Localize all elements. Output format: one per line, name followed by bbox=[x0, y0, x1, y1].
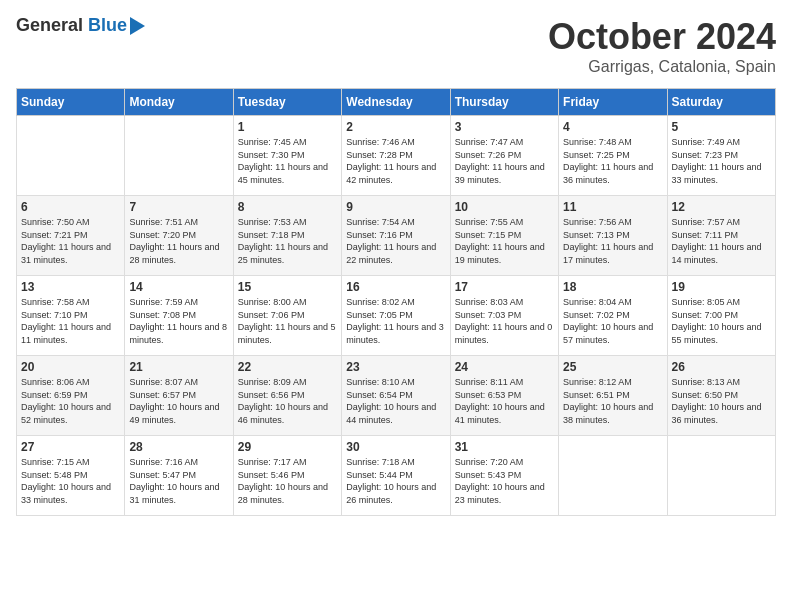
calendar-cell: 23Sunrise: 8:10 AM Sunset: 6:54 PM Dayli… bbox=[342, 356, 450, 436]
day-number: 2 bbox=[346, 120, 445, 134]
day-number: 12 bbox=[672, 200, 771, 214]
day-detail: Sunrise: 7:54 AM Sunset: 7:16 PM Dayligh… bbox=[346, 216, 445, 266]
day-number: 25 bbox=[563, 360, 662, 374]
day-number: 7 bbox=[129, 200, 228, 214]
day-number: 21 bbox=[129, 360, 228, 374]
calendar-cell: 28Sunrise: 7:16 AM Sunset: 5:47 PM Dayli… bbox=[125, 436, 233, 516]
day-number: 6 bbox=[21, 200, 120, 214]
day-number: 4 bbox=[563, 120, 662, 134]
calendar-cell bbox=[559, 436, 667, 516]
calendar-cell: 17Sunrise: 8:03 AM Sunset: 7:03 PM Dayli… bbox=[450, 276, 558, 356]
calendar-cell: 16Sunrise: 8:02 AM Sunset: 7:05 PM Dayli… bbox=[342, 276, 450, 356]
day-number: 5 bbox=[672, 120, 771, 134]
header-friday: Friday bbox=[559, 89, 667, 116]
day-detail: Sunrise: 7:46 AM Sunset: 7:28 PM Dayligh… bbox=[346, 136, 445, 186]
calendar-cell bbox=[17, 116, 125, 196]
calendar-table: SundayMondayTuesdayWednesdayThursdayFrid… bbox=[16, 88, 776, 516]
calendar-cell: 12Sunrise: 7:57 AM Sunset: 7:11 PM Dayli… bbox=[667, 196, 775, 276]
day-detail: Sunrise: 8:04 AM Sunset: 7:02 PM Dayligh… bbox=[563, 296, 662, 346]
day-number: 14 bbox=[129, 280, 228, 294]
day-detail: Sunrise: 7:18 AM Sunset: 5:44 PM Dayligh… bbox=[346, 456, 445, 506]
day-detail: Sunrise: 8:10 AM Sunset: 6:54 PM Dayligh… bbox=[346, 376, 445, 426]
calendar-cell: 9Sunrise: 7:54 AM Sunset: 7:16 PM Daylig… bbox=[342, 196, 450, 276]
day-number: 30 bbox=[346, 440, 445, 454]
calendar-cell: 21Sunrise: 8:07 AM Sunset: 6:57 PM Dayli… bbox=[125, 356, 233, 436]
logo: General Blue bbox=[16, 16, 145, 36]
day-detail: Sunrise: 7:16 AM Sunset: 5:47 PM Dayligh… bbox=[129, 456, 228, 506]
calendar-cell: 19Sunrise: 8:05 AM Sunset: 7:00 PM Dayli… bbox=[667, 276, 775, 356]
calendar-cell: 2Sunrise: 7:46 AM Sunset: 7:28 PM Daylig… bbox=[342, 116, 450, 196]
day-number: 9 bbox=[346, 200, 445, 214]
calendar-cell: 3Sunrise: 7:47 AM Sunset: 7:26 PM Daylig… bbox=[450, 116, 558, 196]
day-detail: Sunrise: 8:05 AM Sunset: 7:00 PM Dayligh… bbox=[672, 296, 771, 346]
month-title: October 2024 bbox=[548, 16, 776, 58]
calendar-cell: 13Sunrise: 7:58 AM Sunset: 7:10 PM Dayli… bbox=[17, 276, 125, 356]
day-detail: Sunrise: 8:13 AM Sunset: 6:50 PM Dayligh… bbox=[672, 376, 771, 426]
calendar-cell: 20Sunrise: 8:06 AM Sunset: 6:59 PM Dayli… bbox=[17, 356, 125, 436]
day-detail: Sunrise: 8:07 AM Sunset: 6:57 PM Dayligh… bbox=[129, 376, 228, 426]
day-detail: Sunrise: 7:57 AM Sunset: 7:11 PM Dayligh… bbox=[672, 216, 771, 266]
calendar-cell: 7Sunrise: 7:51 AM Sunset: 7:20 PM Daylig… bbox=[125, 196, 233, 276]
day-number: 19 bbox=[672, 280, 771, 294]
day-number: 18 bbox=[563, 280, 662, 294]
header-monday: Monday bbox=[125, 89, 233, 116]
calendar-cell: 26Sunrise: 8:13 AM Sunset: 6:50 PM Dayli… bbox=[667, 356, 775, 436]
day-detail: Sunrise: 8:11 AM Sunset: 6:53 PM Dayligh… bbox=[455, 376, 554, 426]
header-thursday: Thursday bbox=[450, 89, 558, 116]
calendar-cell: 4Sunrise: 7:48 AM Sunset: 7:25 PM Daylig… bbox=[559, 116, 667, 196]
day-number: 8 bbox=[238, 200, 337, 214]
day-number: 27 bbox=[21, 440, 120, 454]
day-detail: Sunrise: 7:17 AM Sunset: 5:46 PM Dayligh… bbox=[238, 456, 337, 506]
day-number: 31 bbox=[455, 440, 554, 454]
day-number: 1 bbox=[238, 120, 337, 134]
calendar-cell: 11Sunrise: 7:56 AM Sunset: 7:13 PM Dayli… bbox=[559, 196, 667, 276]
calendar-cell: 10Sunrise: 7:55 AM Sunset: 7:15 PM Dayli… bbox=[450, 196, 558, 276]
day-number: 23 bbox=[346, 360, 445, 374]
day-detail: Sunrise: 7:15 AM Sunset: 5:48 PM Dayligh… bbox=[21, 456, 120, 506]
day-detail: Sunrise: 8:02 AM Sunset: 7:05 PM Dayligh… bbox=[346, 296, 445, 346]
day-number: 29 bbox=[238, 440, 337, 454]
day-detail: Sunrise: 7:56 AM Sunset: 7:13 PM Dayligh… bbox=[563, 216, 662, 266]
title-block: October 2024 Garrigas, Catalonia, Spain bbox=[548, 16, 776, 76]
day-number: 28 bbox=[129, 440, 228, 454]
day-number: 22 bbox=[238, 360, 337, 374]
calendar-cell: 22Sunrise: 8:09 AM Sunset: 6:56 PM Dayli… bbox=[233, 356, 341, 436]
calendar-cell: 8Sunrise: 7:53 AM Sunset: 7:18 PM Daylig… bbox=[233, 196, 341, 276]
day-detail: Sunrise: 7:48 AM Sunset: 7:25 PM Dayligh… bbox=[563, 136, 662, 186]
day-detail: Sunrise: 7:55 AM Sunset: 7:15 PM Dayligh… bbox=[455, 216, 554, 266]
day-detail: Sunrise: 7:58 AM Sunset: 7:10 PM Dayligh… bbox=[21, 296, 120, 346]
day-detail: Sunrise: 7:50 AM Sunset: 7:21 PM Dayligh… bbox=[21, 216, 120, 266]
day-number: 3 bbox=[455, 120, 554, 134]
location-title: Garrigas, Catalonia, Spain bbox=[548, 58, 776, 76]
day-detail: Sunrise: 7:59 AM Sunset: 7:08 PM Dayligh… bbox=[129, 296, 228, 346]
calendar-cell: 25Sunrise: 8:12 AM Sunset: 6:51 PM Dayli… bbox=[559, 356, 667, 436]
day-number: 26 bbox=[672, 360, 771, 374]
header-wednesday: Wednesday bbox=[342, 89, 450, 116]
header-saturday: Saturday bbox=[667, 89, 775, 116]
calendar-cell: 31Sunrise: 7:20 AM Sunset: 5:43 PM Dayli… bbox=[450, 436, 558, 516]
calendar-header: SundayMondayTuesdayWednesdayThursdayFrid… bbox=[17, 89, 776, 116]
day-number: 17 bbox=[455, 280, 554, 294]
calendar-cell: 29Sunrise: 7:17 AM Sunset: 5:46 PM Dayli… bbox=[233, 436, 341, 516]
calendar-cell: 30Sunrise: 7:18 AM Sunset: 5:44 PM Dayli… bbox=[342, 436, 450, 516]
day-detail: Sunrise: 7:53 AM Sunset: 7:18 PM Dayligh… bbox=[238, 216, 337, 266]
page-header: General Blue October 2024 Garrigas, Cata… bbox=[16, 16, 776, 76]
day-number: 16 bbox=[346, 280, 445, 294]
header-tuesday: Tuesday bbox=[233, 89, 341, 116]
day-number: 15 bbox=[238, 280, 337, 294]
day-detail: Sunrise: 7:45 AM Sunset: 7:30 PM Dayligh… bbox=[238, 136, 337, 186]
calendar-cell: 14Sunrise: 7:59 AM Sunset: 7:08 PM Dayli… bbox=[125, 276, 233, 356]
day-detail: Sunrise: 7:47 AM Sunset: 7:26 PM Dayligh… bbox=[455, 136, 554, 186]
day-number: 24 bbox=[455, 360, 554, 374]
day-detail: Sunrise: 8:09 AM Sunset: 6:56 PM Dayligh… bbox=[238, 376, 337, 426]
day-detail: Sunrise: 7:51 AM Sunset: 7:20 PM Dayligh… bbox=[129, 216, 228, 266]
day-detail: Sunrise: 8:12 AM Sunset: 6:51 PM Dayligh… bbox=[563, 376, 662, 426]
day-detail: Sunrise: 8:06 AM Sunset: 6:59 PM Dayligh… bbox=[21, 376, 120, 426]
day-number: 13 bbox=[21, 280, 120, 294]
header-sunday: Sunday bbox=[17, 89, 125, 116]
day-detail: Sunrise: 8:00 AM Sunset: 7:06 PM Dayligh… bbox=[238, 296, 337, 346]
day-number: 20 bbox=[21, 360, 120, 374]
calendar-cell: 18Sunrise: 8:04 AM Sunset: 7:02 PM Dayli… bbox=[559, 276, 667, 356]
calendar-cell bbox=[667, 436, 775, 516]
calendar-cell: 5Sunrise: 7:49 AM Sunset: 7:23 PM Daylig… bbox=[667, 116, 775, 196]
